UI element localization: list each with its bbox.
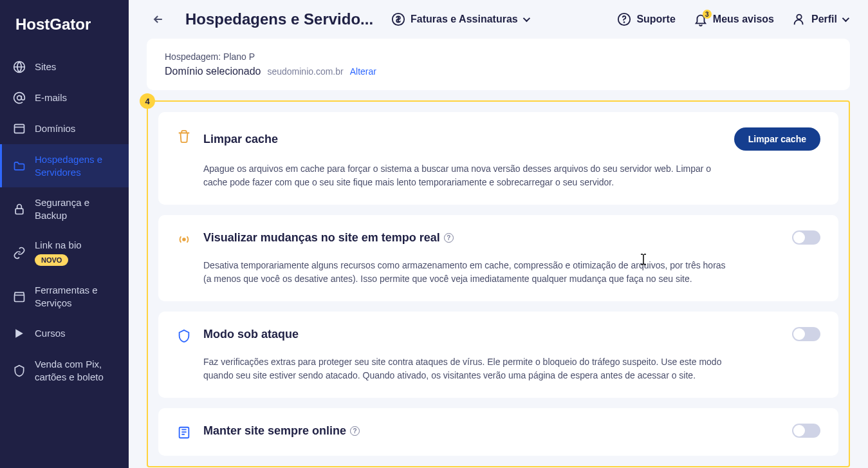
chevron-down-icon [522, 15, 530, 22]
sidebar-item-label: Domínios [35, 122, 75, 135]
user-icon [792, 12, 806, 26]
card-realtime-changes: Visualizar mudanças no site em tempo rea… [158, 215, 838, 301]
sidebar-item-label: Venda com Pix, cartões e boleto [35, 358, 116, 383]
lock-icon [13, 203, 26, 216]
sidebar-item-label: Sites [35, 61, 56, 73]
under-attack-toggle[interactable] [792, 327, 820, 341]
card-desc: Apague os arquivos em cache para forçar … [203, 162, 731, 189]
sidebar-item-security[interactable]: Segurança e Backup [0, 187, 129, 230]
sidebar-item-label: Hospedagens e Servidores [35, 153, 116, 178]
sidebar-item-courses[interactable]: Cursos [0, 318, 129, 349]
topbar-invoices[interactable]: Faturas e Assinaturas [391, 12, 528, 26]
domain-value: seudominio.com.br [267, 66, 343, 77]
at-icon [13, 91, 26, 104]
topbar-support[interactable]: Suporte [617, 12, 675, 26]
bell-icon: 3 [694, 12, 708, 26]
store-icon [13, 290, 26, 303]
sidebar-item-emails[interactable]: E-mails [0, 82, 129, 113]
card-title: Limpar cache [203, 133, 278, 146]
card-title: Manter site sempre online ? [203, 424, 360, 438]
domain-icon [13, 122, 26, 135]
card-always-online: Manter site sempre online ? [158, 408, 838, 456]
novo-badge: NOVO [35, 254, 68, 266]
svg-rect-2 [15, 124, 24, 133]
card-title: Modo sob ataque [203, 328, 299, 341]
brand-logo: HostGator [0, 15, 129, 51]
chevron-down-icon [842, 15, 849, 22]
sidebar-item-sell[interactable]: Venda com Pix, cartões e boleto [0, 349, 129, 392]
always-online-toggle[interactable] [792, 424, 820, 438]
highlight-box: 4 Limpar cache Limpar cache Apague os ar… [147, 100, 850, 467]
svg-point-1 [17, 96, 22, 100]
play-icon [13, 327, 26, 340]
globe-icon [13, 61, 26, 73]
trash-icon [176, 129, 192, 144]
shield-check-icon [176, 328, 192, 344]
sidebar-item-domains[interactable]: Domínios [0, 113, 129, 144]
back-button[interactable] [149, 10, 167, 28]
sidebar-item-label: E-mails [35, 91, 67, 104]
sidebar-item-tools[interactable]: Ferramentas e Serviços [0, 275, 129, 318]
highlight-marker: 4 [140, 93, 155, 109]
card-desc: Desativa temporariamente alguns recursos… [203, 259, 731, 286]
plan-label: Hospedagem: Plano P [165, 51, 832, 62]
sidebar-item-hosting[interactable]: Hospedagens e Servidores [0, 144, 129, 187]
topbar-profile[interactable]: Perfil [792, 12, 847, 26]
broadcast-icon [176, 232, 192, 247]
page-title: Hospedagens e Servido... [185, 10, 373, 28]
sidebar-item-link-bio[interactable]: Link na bio NOVO [0, 230, 129, 275]
card-desc: Faz verificações extras para proteger se… [203, 355, 731, 382]
sidebar-item-label: Link na bio NOVO [35, 239, 82, 266]
card-title: Visualizar mudanças no site em tempo rea… [203, 231, 454, 245]
notif-badge: 3 [703, 10, 712, 19]
domain-selected-label: Domínio selecionado [165, 66, 261, 77]
topbar: Hospedagens e Servido... Faturas e Assin… [129, 0, 868, 39]
sidebar: HostGator Sites E-mails Domínios Hospeda… [0, 0, 129, 468]
svg-rect-3 [15, 209, 23, 214]
sidebar-item-label: Ferramentas e Serviços [35, 284, 116, 309]
realtime-toggle[interactable] [792, 230, 820, 245]
help-icon [617, 12, 631, 26]
svg-point-7 [797, 15, 801, 19]
card-under-attack: Modo sob ataque Faz verificações extras … [158, 312, 838, 398]
sidebar-item-label: Cursos [35, 327, 66, 340]
help-tooltip-icon[interactable]: ? [350, 426, 360, 436]
svg-point-8 [183, 238, 185, 241]
domain-card: Hospedagem: Plano P Domínio selecionado … [147, 39, 850, 90]
shield-icon [13, 364, 26, 377]
sidebar-item-label: Segurança e Backup [35, 196, 116, 221]
help-tooltip-icon[interactable]: ? [444, 233, 454, 243]
svg-point-6 [624, 22, 625, 23]
clear-cache-button[interactable]: Limpar cache [734, 127, 820, 151]
topbar-notices[interactable]: 3 Meus avisos [694, 12, 774, 26]
sidebar-item-sites[interactable]: Sites [0, 51, 129, 82]
online-icon [176, 425, 192, 440]
main-content: Hospedagens e Servido... Faturas e Assin… [129, 0, 868, 468]
card-clear-cache: Limpar cache Limpar cache Apague os arqu… [158, 112, 838, 205]
folder-icon [13, 160, 26, 173]
domain-change-link[interactable]: Alterar [350, 66, 376, 77]
link-icon [13, 247, 26, 259]
dollar-icon [391, 12, 405, 26]
